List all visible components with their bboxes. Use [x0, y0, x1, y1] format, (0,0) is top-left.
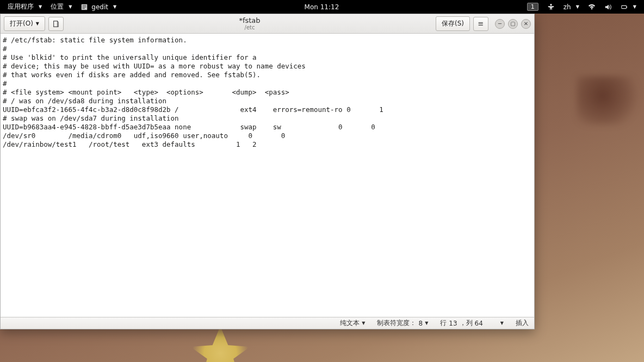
chevron-down-icon: ▼: [39, 4, 42, 9]
col-number: 64: [475, 320, 483, 327]
svg-point-4: [550, 3, 552, 5]
line-number: 13: [449, 320, 457, 327]
chevron-down-icon: ▼: [36, 21, 39, 26]
window-title: *fstab /etc: [67, 17, 432, 30]
input-method-menu[interactable]: zh ▼: [559, 3, 584, 11]
gedit-headerbar: 打开(O) ▼ *fstab /etc 保存(S) ≡ ─ ▢ ✕: [1, 14, 534, 34]
svg-rect-7: [54, 21, 58, 27]
gedit-window: 打开(O) ▼ *fstab /etc 保存(S) ≡ ─ ▢ ✕ # /etc…: [0, 14, 535, 329]
chevron-down-icon: ▼: [500, 321, 504, 326]
tab-width-label: 制表符宽度：: [377, 319, 416, 328]
document-path: /etc: [67, 24, 432, 30]
new-document-icon: [52, 20, 60, 28]
applications-menu[interactable]: 应用程序 ▼: [3, 2, 46, 11]
workspace-indicator[interactable]: 1: [523, 3, 543, 11]
chevron-down-icon: ▼: [633, 4, 636, 9]
tab-width-selector[interactable]: 制表符宽度： 8 ▼: [377, 319, 428, 328]
wifi-icon: [588, 3, 596, 11]
battery-icon[interactable]: ▼: [616, 3, 641, 11]
chevron-down-icon: ▼: [113, 4, 116, 9]
svg-rect-3: [83, 8, 85, 8]
minimize-icon: ─: [498, 21, 501, 27]
hamburger-menu-button[interactable]: ≡: [473, 17, 488, 31]
editor-text-area[interactable]: # /etc/fstab: static file system informa…: [1, 34, 534, 317]
window-controls: ─ ▢ ✕: [495, 19, 531, 29]
svg-rect-2: [83, 7, 86, 7]
svg-rect-1: [83, 5, 86, 5]
chevron-down-icon: ▼: [362, 321, 365, 326]
tab-width-value: 8: [418, 320, 423, 327]
speaker-icon: [604, 3, 612, 11]
active-app-label: gedit: [91, 3, 108, 11]
status-bar: 纯文本 ▼ 制表符宽度： 8 ▼ 行 13，列 64 ▼ 插入: [1, 317, 534, 329]
open-label: 打开(O): [10, 19, 33, 28]
clock-text: Mon 11:12: [305, 3, 339, 11]
input-method-label: zh: [564, 3, 571, 11]
line-prefix: 行: [440, 319, 447, 328]
hamburger-icon: ≡: [478, 20, 484, 28]
minimize-button[interactable]: ─: [495, 19, 505, 29]
places-label: 位置: [51, 2, 64, 11]
new-tab-button[interactable]: [48, 17, 64, 31]
save-button[interactable]: 保存(S): [436, 16, 470, 31]
workspace-number: 1: [527, 3, 538, 11]
save-label: 保存(S): [442, 19, 464, 28]
chevron-down-icon: ▼: [69, 4, 72, 9]
maximize-icon: ▢: [510, 21, 515, 27]
chevron-down-icon: ▼: [425, 321, 428, 326]
places-menu[interactable]: 位置 ▼: [46, 2, 76, 11]
network-icon[interactable]: [584, 3, 600, 11]
chevron-down-icon: ▼: [576, 4, 579, 9]
active-app-menu[interactable]: gedit ▼: [76, 3, 121, 11]
open-button[interactable]: 打开(O) ▼: [4, 16, 45, 31]
cursor-position[interactable]: 行 13，列 64 ▼: [440, 319, 504, 328]
syntax-mode-selector[interactable]: 纯文本 ▼: [340, 319, 365, 328]
insert-mode[interactable]: 插入: [516, 319, 529, 328]
accessibility-icon[interactable]: [543, 3, 559, 11]
document-title: *fstab: [67, 17, 432, 24]
a11y-icon: [547, 3, 555, 11]
battery-outline-icon: [621, 3, 628, 11]
volume-icon[interactable]: [600, 3, 616, 11]
clock[interactable]: Mon 11:12: [300, 3, 344, 11]
gnome-top-bar: 应用程序 ▼ 位置 ▼ gedit ▼ Mon 11:12 1 zh ▼ ▼: [0, 0, 644, 14]
svg-rect-6: [627, 7, 627, 8]
col-prefix: ，列: [460, 319, 473, 328]
maximize-button[interactable]: ▢: [508, 19, 518, 29]
close-button[interactable]: ✕: [521, 19, 531, 29]
svg-rect-5: [622, 5, 627, 8]
applications-label: 应用程序: [8, 2, 34, 11]
gedit-app-icon: [81, 3, 88, 11]
syntax-mode-label: 纯文本: [340, 319, 360, 328]
close-icon: ✕: [524, 21, 528, 27]
